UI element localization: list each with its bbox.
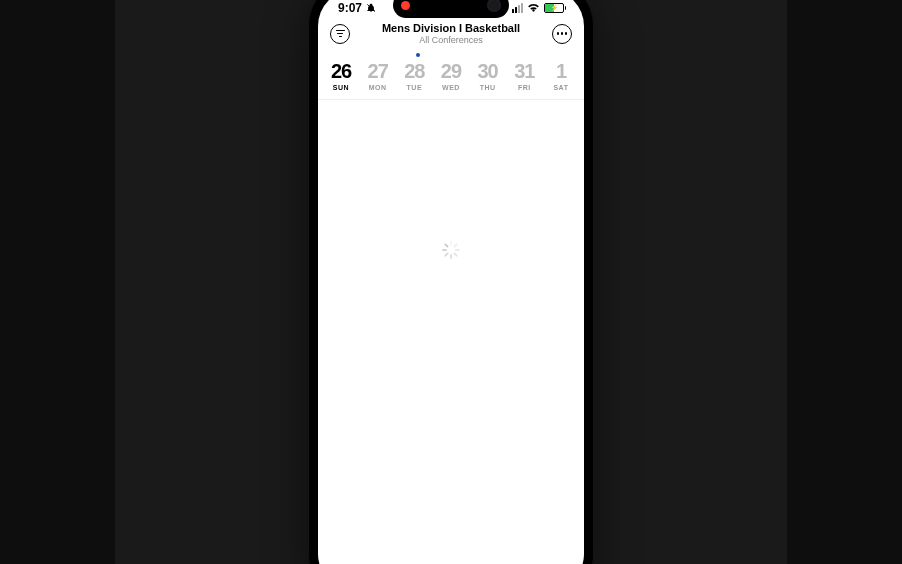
day-label: SAT (553, 84, 568, 91)
day-number: 26 (331, 61, 351, 81)
day-label: MON (369, 84, 387, 91)
day-item-fri[interactable]: 31 FRI (507, 61, 541, 91)
day-indicator-icon (416, 53, 420, 57)
day-label: FRI (518, 84, 531, 91)
day-item-tue[interactable]: 28 TUE (397, 61, 431, 91)
loading-spinner-icon (442, 241, 460, 259)
day-label: WED (442, 84, 460, 91)
cellular-signal-icon (512, 3, 523, 13)
wifi-icon (527, 3, 540, 13)
status-time: 9:07 (338, 1, 362, 15)
day-number: 29 (441, 61, 461, 81)
day-label: SUN (333, 84, 349, 91)
dnd-icon (366, 3, 376, 13)
background-panel (0, 0, 115, 564)
filter-icon (336, 30, 345, 38)
day-item-sun[interactable]: 26 SUN (324, 61, 358, 91)
phone-frame: 9:07 ⚡ (308, 0, 594, 564)
day-item-mon[interactable]: 27 MON (361, 61, 395, 91)
status-left: 9:07 (338, 1, 376, 15)
recording-indicator-icon (401, 1, 410, 10)
day-number: 28 (404, 61, 424, 81)
content-area (318, 100, 584, 500)
more-button[interactable] (552, 24, 572, 44)
battery-icon: ⚡ (544, 3, 564, 13)
phone-screen: 9:07 ⚡ (318, 0, 584, 564)
day-item-sat[interactable]: 1 SAT (544, 61, 578, 91)
day-number: 30 (478, 61, 498, 81)
day-label: TUE (407, 84, 423, 91)
dynamic-island (393, 0, 509, 18)
day-item-thu[interactable]: 30 THU (471, 61, 505, 91)
filter-button[interactable] (330, 24, 350, 44)
day-item-wed[interactable]: 29 WED (434, 61, 468, 91)
front-camera-icon (487, 0, 501, 12)
day-label: THU (480, 84, 496, 91)
day-number: 1 (556, 61, 566, 81)
page-subtitle: All Conferences (350, 35, 552, 45)
more-icon (557, 32, 568, 35)
day-selector: 26 SUN 27 MON 28 TUE 29 WED 30 THU 31 FR… (318, 61, 584, 100)
day-number: 31 (514, 61, 534, 81)
background-panel (787, 0, 902, 564)
status-right: ⚡ (512, 3, 564, 13)
day-number: 27 (368, 61, 388, 81)
page-title: Mens Division I Basketball (350, 22, 552, 34)
header-center: Mens Division I Basketball All Conferenc… (350, 22, 552, 45)
